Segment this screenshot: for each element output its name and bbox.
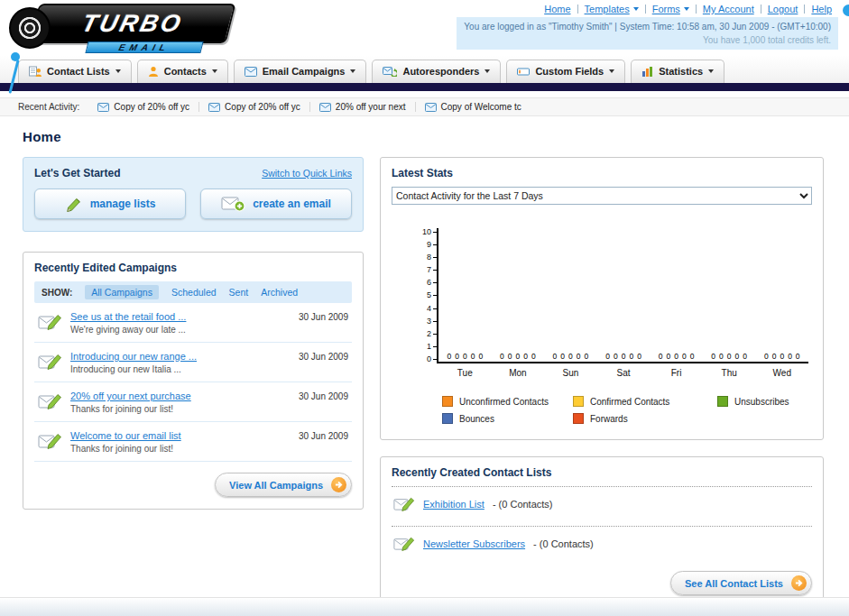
chart-value-label: 0 [568, 352, 573, 361]
chevron-down-icon [350, 69, 355, 73]
latest-stats-panel: Latest Stats Contact Activity for the La… [380, 157, 824, 440]
chart-value-label: 0 [629, 352, 633, 361]
chart-value-label: 0 [637, 352, 641, 361]
chart-value-label: 0 [560, 352, 565, 361]
contact-list-row[interactable]: Newsletter Subscribers - (0 Contacts) [392, 529, 812, 558]
campaign-link[interactable]: Introducing our new range ... [70, 351, 197, 362]
recent-activity-item[interactable]: Copy of 20% off yc [199, 102, 310, 112]
nav-accent-bar [0, 83, 849, 91]
campaign-row[interactable]: 20% off your next purchase Thanks for jo… [34, 382, 352, 422]
campaign-link[interactable]: Welcome to our email list [70, 430, 181, 441]
envelope-plus-icon [221, 196, 245, 212]
tab-label: Email Campaigns [263, 66, 346, 77]
tab-contact-lists[interactable]: Contact Lists [18, 60, 132, 83]
envelope-icon [425, 103, 437, 112]
chevron-down-icon [684, 7, 689, 11]
chart-group: 00000Mon [492, 228, 545, 362]
chart-value-label: 0 [772, 352, 777, 361]
campaign-row[interactable]: See us at the retail food ... We're givi… [34, 303, 352, 343]
chart-value-label: 0 [667, 352, 671, 361]
top-link-logout[interactable]: Logout [761, 4, 805, 14]
campaign-filters: SHOW: All Campaigns Scheduled Sent Archi… [34, 281, 352, 303]
filter-archived[interactable]: Archived [261, 287, 298, 298]
divider [392, 486, 812, 487]
campaign-row[interactable]: Introducing our new range ... Introducin… [34, 343, 352, 382]
chart-value-label: 0 [447, 352, 451, 361]
tab-email-campaigns[interactable]: Email Campaigns [234, 60, 367, 83]
arrow-right-icon [791, 575, 807, 591]
tab-statistics[interactable]: Statistics [631, 60, 724, 83]
chart-value-label: 0 [471, 352, 475, 361]
tab-custom-fields[interactable]: Custom Fields [506, 60, 625, 83]
chart-value-label: 0 [622, 352, 626, 361]
envelope-pencil-icon [38, 391, 62, 410]
chart-value-label: 0 [743, 352, 747, 361]
envelope-pencil-icon [38, 431, 62, 450]
top-link-forms[interactable]: Forms [646, 4, 696, 14]
x-axis-label: Mon [492, 368, 545, 378]
tab-label: Contacts [164, 66, 207, 77]
logo-subtitle: EMAIL [118, 42, 171, 52]
main-nav: Contact Lists Contacts Email Campaigns A… [0, 56, 849, 83]
top-link-home[interactable]: Home [538, 4, 577, 14]
pencil-icon [65, 197, 83, 212]
y-axis-tick: 6 [415, 279, 437, 287]
see-all-contact-lists-button[interactable]: See All Contact Lists [670, 571, 812, 595]
login-status: You are logged in as "Timothy Smith" | S… [464, 20, 831, 33]
envelope-pencil-icon [393, 535, 415, 552]
recently-created-lists-panel: Recently Created Contact Lists Exhibitio… [380, 456, 824, 608]
manage-lists-button[interactable]: manage lists [34, 188, 186, 219]
show-label: SHOW: [42, 288, 72, 298]
main-content: Home Let's Get Started Switch to Quick L… [0, 116, 849, 608]
legend-swatch [442, 396, 453, 407]
stats-period-select[interactable]: Contact Activity for the Last 7 Days [392, 187, 812, 205]
y-axis-tick: 9 [415, 241, 437, 249]
envelope-icon [208, 103, 220, 112]
top-link-templates[interactable]: Templates [578, 4, 645, 14]
manage-lists-label: manage lists [90, 198, 156, 210]
contact-list-link[interactable]: Newsletter Subscribers [423, 538, 525, 549]
tab-label: Custom Fields [535, 66, 604, 77]
footer-strip [0, 597, 849, 616]
legend-swatch [573, 413, 584, 424]
create-email-label: create an email [253, 198, 331, 210]
filter-sent[interactable]: Sent [229, 287, 249, 298]
legend-item: Bounces [442, 413, 573, 424]
filter-scheduled[interactable]: Scheduled [171, 287, 217, 298]
campaign-date: 30 Jun 2009 [299, 430, 348, 441]
y-axis-tick: 3 [415, 317, 437, 326]
create-email-button[interactable]: create an email [200, 188, 352, 219]
app-logo: TURBO EMAIL [9, 2, 239, 51]
tab-label: Statistics [659, 66, 703, 77]
recent-activity-item[interactable]: Copy of 20% off yc [88, 102, 199, 112]
legend-label: Forwards [590, 414, 628, 424]
chart-value-label: 0 [531, 352, 536, 361]
right-column: Latest Stats Contact Activity for the La… [380, 157, 824, 608]
chart-value-label: 0 [508, 352, 512, 361]
legend-label: Unsubscribes [734, 397, 789, 407]
campaign-link[interactable]: 20% off your next purchase [70, 391, 191, 401]
campaign-row[interactable]: Welcome to our email list Thanks for joi… [34, 422, 352, 462]
top-link-help[interactable]: Help [805, 4, 838, 14]
contact-list-row[interactable]: Exhibition List - (0 Contacts) [392, 489, 812, 519]
contacts-icon [148, 66, 159, 77]
campaign-link[interactable]: See us at the retail food ... [70, 311, 186, 322]
view-all-campaigns-button[interactable]: View All Campaigns [215, 473, 352, 497]
chart-value-label: 0 [516, 352, 521, 361]
contact-list-link[interactable]: Exhibition List [423, 499, 484, 510]
swirl-icon [9, 7, 51, 49]
tab-label: Contact Lists [47, 66, 110, 77]
tab-contacts[interactable]: Contacts [137, 60, 228, 83]
top-link-my-account[interactable]: My Account [697, 4, 761, 14]
recent-activity-item[interactable]: 20% off your next [310, 102, 416, 112]
y-axis-tick: 7 [415, 266, 437, 274]
recent-activity-item[interactable]: Copy of Welcome tc [416, 102, 531, 112]
envelope-icon [97, 103, 109, 112]
tab-autoresponders[interactable]: Autoresponders [372, 60, 501, 83]
chart-value-label: 0 [605, 352, 610, 361]
envelope-pencil-icon [393, 495, 415, 512]
switch-quick-links-link[interactable]: Switch to Quick Links [262, 168, 352, 179]
top-nav: Home Templates Forms My Account Logout H… [457, 4, 838, 14]
filter-all-campaigns[interactable]: All Campaigns [85, 285, 159, 299]
recent-activity-bar: Recent Activity: Copy of 20% off yc Copy… [0, 97, 849, 116]
